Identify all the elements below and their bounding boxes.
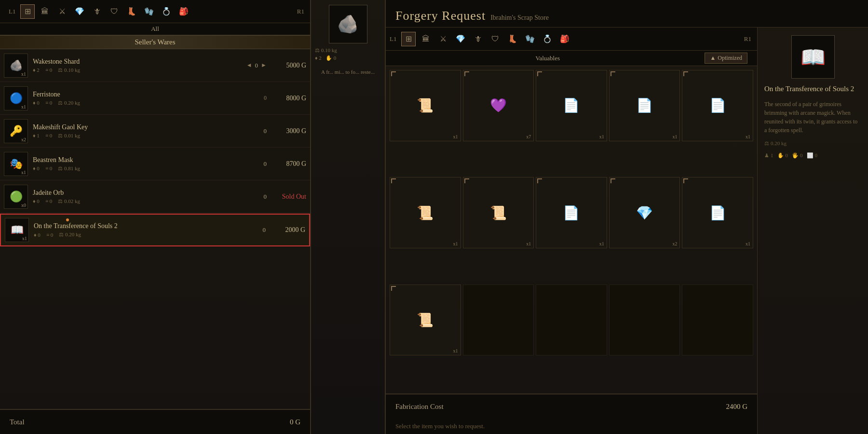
jadeite-orb-diamond-stat: ♦ 0 [33,198,40,204]
jadeite-orb-weight-stat: ⚖ 0.02 kg [58,198,80,204]
gaol-key-stats: ♦ 1 ≡ 0 ⚖ 0.01 kg [33,133,264,139]
wakestone-stack-stat: ≡ 0 [45,67,52,73]
desc-stat1: ♟ 1 [764,152,773,159]
ferristone-qty-value: 0 [264,95,267,102]
nav-icon-home[interactable]: 🏛 [38,4,52,19]
cell9-qty: x1 [746,241,750,246]
transference-stats: ♦ 0 ≡ 0 ⚖ 0.20 kg [34,231,263,238]
desc-item-counters: ♟ 1 ✋ 0 🖐 0 ⬜ 0 [764,152,861,159]
grid-cell-1[interactable]: 💜 x7 [463,70,534,141]
right-nav-icon-dagger[interactable]: 🗡 [471,32,485,46]
optimized-button[interactable]: ▲ Optimized [705,53,747,64]
beastren-mask-qty-owned: x1 [21,170,26,175]
ferristone-qty-control[interactable]: 0 [264,95,267,102]
right-nav-icon-sword[interactable]: ⚔ [436,32,450,46]
ferristone-price: 8000 G [272,95,306,102]
beastren-mask-name: Beastren Mask [33,156,264,164]
item-row-jadeite-orb[interactable]: 🟢 x0 Jadeite Orb ♦ 0 ≡ 0 ⚖ 0.02 kg 0 Sol… [0,180,310,213]
cell8-icon: 💎 [636,205,653,221]
preview-stat-weight-row: ⚖ 0.10 kg [315,47,381,54]
item-row-beastren-mask[interactable]: 🎭 x1 Beastren Mask ♦ 0 ≡ 0 ⚖ 0.81 kg 0 8… [0,148,310,180]
right-nav-icon-glove[interactable]: 🧤 [523,32,537,46]
right-nav-icon-home[interactable]: 🏛 [419,32,433,46]
desc-stat2: ✋ 0 [777,152,788,159]
r1-label: R1 [297,8,304,15]
cell9-corner [683,178,688,183]
total-label: Total [10,418,25,426]
cell8-corner [610,178,615,183]
beastren-mask-diamond-stat: ♦ 0 [33,165,40,172]
cell4-icon: 📄 [709,97,726,113]
grid-cell-7[interactable]: 📄 x1 [536,177,607,248]
grid-cell-10[interactable]: 📜 x1 [390,285,461,356]
cell6-corner [464,178,469,183]
grid-cell-8[interactable]: 💎 x2 [609,177,680,248]
grid-cell-4[interactable]: 📄 x1 [682,70,753,141]
ferristone-icon: 🔵 [10,92,23,105]
grid-cell-3[interactable]: 📄 x1 [609,70,680,141]
nav-icon-glove[interactable]: 🧤 [142,4,156,19]
wakestone-arrow-left[interactable]: ◄ [246,62,252,69]
right-header: Forgery Request Ibrahim's Scrap Store [386,0,868,27]
valuables-category-label: Valuables [391,54,705,62]
right-nav-icon-shield[interactable]: 🛡 [488,32,502,46]
item-row-wakestone[interactable]: 🪨 x1 Wakestone Shard ♦ 2 ≡ 0 ⚖ 0.10 kg ◄… [0,49,310,82]
nav-icon-sword[interactable]: ⚔ [55,4,69,19]
cell1-qty: x7 [526,134,531,139]
item-row-ferristone[interactable]: 🔵 x1 Ferristone ♦ 0 ≡ 0 ⚖ 0.20 kg 0 8000… [0,82,310,115]
gaol-key-qty-control[interactable]: 0 [264,127,267,135]
category-all: All [0,23,310,35]
jadeite-orb-qty-owned: x0 [21,203,26,208]
desc-item-stats: ⚖ 0.20 kg [764,140,861,147]
nav-icon-boot[interactable]: 👢 [124,4,139,19]
wakestone-qty-owned: x1 [21,71,26,77]
wakestone-qty-control[interactable]: ◄ 0 ► [246,62,267,69]
nav-icon-ring[interactable]: 💍 [159,4,174,19]
transference-price: 2000 G [271,226,305,234]
transference-qty-control[interactable]: 0 [263,226,266,234]
beastren-mask-qty-control[interactable]: 0 [264,160,267,168]
item-desc-panel: 📖 On the Transference of Souls 2 The sec… [757,27,868,434]
right-l1-label: L1 [390,35,396,43]
nav-icon-shield[interactable]: 🛡 [107,4,122,19]
cell8-qty: x2 [672,241,677,246]
cell3-corner [610,71,615,76]
ferristone-name: Ferristone [33,91,264,98]
right-nav-icon-gem[interactable]: 💎 [453,32,468,46]
ferristone-qty-owned: x1 [21,104,26,109]
cell1-icon: 💜 [490,97,507,113]
grid-cell-6[interactable]: 📜 x1 [463,177,534,248]
transference-details: On the Transference of Souls 2 ♦ 0 ≡ 0 ⚖… [34,222,263,238]
grid-cell-5[interactable]: 📜 x1 [390,177,461,248]
nav-icon-bag[interactable]: 🎒 [176,4,191,19]
grid-cell-2[interactable]: 📄 x1 [536,70,607,141]
left-panel: L1 ⊞ 🏛 ⚔ 💎 🗡 🛡 👢 🧤 💍 🎒 R1 All Seller's W… [0,0,311,434]
nav-icon-grid[interactable]: ⊞ [20,4,35,19]
item-row-gaol-key[interactable]: 🔑 x2 Makeshift Gaol Key ♦ 1 ≡ 0 ⚖ 0.01 k… [0,115,310,148]
right-nav-icon-boot[interactable]: 👢 [505,32,520,46]
wakestone-weight-stat: ⚖ 0.10 kg [58,67,80,73]
right-r1-label: R1 [744,35,751,43]
cell5-icon: 📜 [417,205,434,221]
right-nav-icon-grid[interactable]: ⊞ [401,32,416,46]
desc-weight-stat: ⚖ 0.20 kg [764,140,787,147]
cell7-icon: 📄 [563,205,580,221]
item-row-transference[interactable]: 📖 x1 On the Transference of Souls 2 ♦ 0 … [0,214,310,246]
right-nav-icon-ring[interactable]: 💍 [540,32,555,46]
nav-icon-gem[interactable]: 💎 [72,4,87,19]
cell2-corner [537,71,542,76]
grid-cell-9[interactable]: 📄 x1 [682,177,753,248]
desc-icon-wrap: 📖 [791,35,835,79]
valuables-grid: 📜 x1 💜 x7 📄 x1 📄 x1 [386,66,757,393]
wakestone-arrow-right[interactable]: ► [261,62,267,69]
nav-icon-dagger[interactable]: 🗡 [90,4,104,19]
left-nav-tabs: L1 ⊞ 🏛 ⚔ 💎 🗡 🛡 👢 🧤 💍 🎒 R1 [0,0,310,23]
middle-preview-panel: 🪨 ⚖ 0.10 kg ♦ 2 ✋ 0 A fr... mi... to fo.… [311,0,386,434]
grid-cell-0[interactable]: 📜 x1 [390,70,461,141]
gaol-key-icon: 🔑 [10,125,23,137]
right-nav-icon-bag[interactable]: 🎒 [557,32,572,46]
desc-stat4: ⬜ 0 [807,152,818,159]
cell4-qty: x1 [746,134,750,139]
cell10-qty: x1 [453,348,458,353]
wakestone-stats: ♦ 2 ≡ 0 ⚖ 0.10 kg [33,67,246,73]
